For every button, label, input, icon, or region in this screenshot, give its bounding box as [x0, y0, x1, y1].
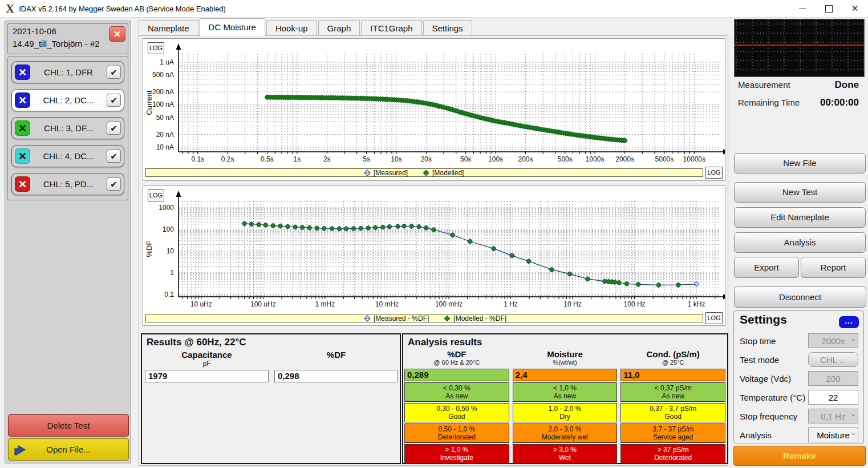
capacitance-value: 1979	[145, 370, 269, 382]
results-title: Results @ 60Hz, 22°C	[147, 337, 246, 348]
tab-dc-moisture[interactable]: DC Moisture	[200, 18, 265, 36]
svg-text:0.2s: 0.2s	[221, 155, 234, 163]
minimize-icon	[799, 9, 806, 9]
measured-marker-icon	[364, 170, 371, 176]
delete-test-button[interactable]: Delete Test	[8, 414, 129, 437]
df-unit	[274, 360, 398, 368]
measurement-label: Measurement	[738, 80, 790, 90]
analysis-column-moisture: Moisture%(wt/wt)2,4< 1,0 %As new1,0 - 2,…	[513, 349, 618, 463]
log-scale-button[interactable]: LOG	[705, 167, 723, 179]
analysis-class-row: 2,0 - 3,0 %Moderately wet	[513, 423, 618, 443]
channel-label: CHL: 1, DFR	[30, 67, 107, 77]
legend-measured: [Measured]	[364, 169, 408, 177]
analysis-class-row: 1,0 - 2,0 %Dry	[513, 403, 618, 422]
channel-color-icon: ✕	[15, 64, 30, 80]
channel-checkbox[interactable]: ✔	[107, 177, 121, 191]
channel-checkbox[interactable]: ✔	[107, 94, 121, 107]
df-vs-frequency-chart: 10 uHz100 uHz1 mHz10 mHz100 mHz1 Hz10 Hz…	[143, 185, 725, 326]
capacitance-header: Capacitance	[145, 350, 269, 360]
analysis-class-row: < 1,0 %As new	[513, 382, 618, 402]
svg-text:100 Hz: 100 Hz	[624, 300, 646, 308]
new-file-button[interactable]: New File	[734, 153, 866, 174]
log-scale-button[interactable]: LOG	[148, 189, 164, 201]
chart-legend: [Measured - %DF][Modelled - %DF]	[145, 314, 703, 322]
setting-stop-time: 2000s⌄	[808, 333, 858, 348]
analysis-column-subheader: @ 60 Hz & 20°C	[404, 359, 509, 367]
svg-text:10: 10	[167, 247, 175, 255]
legend-modelled: [Modelled]	[423, 169, 464, 177]
legend-measured: [Measured - %DF]	[364, 314, 429, 322]
setting-analysis[interactable]: Moisture⌄	[808, 427, 858, 442]
svg-text:10 uHz: 10 uHz	[190, 300, 212, 308]
results-panel: Results @ 60Hz, 22°C Capacitance pF 1979…	[141, 333, 401, 464]
remake-button[interactable]: Remake	[733, 446, 866, 466]
window-controls: ✕	[789, 1, 868, 17]
analysis-column-subheader: @ 25°C	[620, 359, 725, 367]
legend-label: [Measured - %DF]	[374, 314, 429, 322]
svg-text:500 nA: 500 nA	[152, 71, 174, 79]
channel-checkbox[interactable]: ✔	[107, 150, 121, 163]
channel-label: CHL: 3, DF...	[30, 123, 107, 133]
analysis-value: 11,0	[620, 369, 725, 381]
title-bar: X IDAX v5.2.164 by Megger Sweden AB (Ser…	[0, 0, 868, 18]
svg-text:20s: 20s	[421, 155, 432, 163]
chevron-down-icon: ⌄	[850, 410, 856, 418]
tab-nameplate[interactable]: Nameplate	[139, 20, 198, 36]
svg-text:1 uA: 1 uA	[160, 58, 174, 66]
window-title: IDAX v5.2.164 by Megger Sweden AB (Servi…	[19, 5, 226, 13]
minimize-button[interactable]	[789, 1, 816, 17]
test-close-button[interactable]: ✕	[109, 26, 125, 42]
analysis-class-row: > 3,0 %Wet	[513, 444, 618, 463]
channel-color-icon: ✕	[15, 120, 30, 136]
channel-item[interactable]: ✕CHL: 1, DFR✔	[11, 61, 124, 83]
setting-label: Stop time	[740, 336, 776, 346]
report-button[interactable]: Report	[801, 257, 866, 278]
channel-checkbox[interactable]: ✔	[107, 122, 121, 135]
channel-item[interactable]: ✕CHL: 5, PD...✔	[11, 173, 124, 195]
open-file-label: Open File...	[46, 445, 91, 454]
analysis-class-row: 0,30 - 0,50 %Good	[404, 403, 509, 422]
analysis-class-row: > 1,0 %Investigate	[404, 444, 509, 463]
export-button[interactable]: Export	[734, 257, 799, 278]
analysis-panel: Analysis results %DF@ 60 Hz & 20°C0,289<…	[402, 333, 728, 464]
setting-temperature-c[interactable]: 22	[808, 390, 858, 405]
analysis-button[interactable]: Analysis	[734, 232, 866, 253]
analysis-value: 0,289	[404, 369, 509, 381]
test-card[interactable]: 2021-10-06 14.49_till_Torbjörn - #2 ✕	[7, 23, 128, 54]
channel-list: ✕CHL: 1, DFR✔✕CHL: 2, DC...✔✕CHL: 3, DF.…	[7, 57, 128, 200]
setting-label: Test mode	[740, 355, 779, 365]
legend-label: [Measured]	[374, 169, 408, 177]
channel-item[interactable]: ✕CHL: 2, DC...✔	[11, 89, 124, 111]
tab-itc1graph[interactable]: ITC1Graph	[361, 20, 421, 36]
edit-nameplate-button[interactable]: Edit Nameplate	[734, 207, 866, 228]
df-header: %DF	[274, 350, 398, 360]
settings-menu-button[interactable]: ...	[839, 316, 859, 328]
svg-text:1s: 1s	[294, 155, 301, 163]
svg-text:10 nA: 10 nA	[156, 143, 174, 151]
channel-item[interactable]: ✕CHL: 4, DC...✔	[11, 145, 124, 167]
svg-text:20 nA: 20 nA	[156, 131, 174, 139]
close-button[interactable]: ✕	[842, 1, 868, 17]
svg-text:100 uHz: 100 uHz	[250, 300, 276, 308]
analysis-column-header: %DF	[404, 349, 509, 359]
log-scale-button[interactable]: LOG	[148, 42, 164, 54]
plot-area: 0.1s0.2s0.5s1s2s5s10s20s50s100s200s500s1…	[143, 39, 725, 167]
svg-text:1000s: 1000s	[586, 155, 605, 163]
tab-settings[interactable]: Settings	[423, 20, 472, 36]
setting-label: Temperature (°C)	[740, 393, 805, 402]
test-date: 2021-10-06	[13, 26, 56, 36]
log-scale-button[interactable]: LOG	[705, 312, 723, 324]
legend-label: [Modelled - %DF]	[453, 314, 506, 322]
new-test-button[interactable]: New Test	[734, 182, 866, 203]
close-icon: ✕	[851, 3, 859, 14]
disconnect-button[interactable]: Disconnect	[734, 287, 866, 308]
open-file-button[interactable]: Open File...	[8, 438, 129, 461]
tab-hook-up[interactable]: Hook-up	[266, 20, 317, 36]
maximize-button[interactable]	[816, 1, 842, 17]
channel-checkbox[interactable]: ✔	[107, 66, 121, 79]
svg-text:0.1s: 0.1s	[191, 155, 204, 163]
tab-graph[interactable]: Graph	[318, 20, 360, 36]
analysis-column-cond-ps-m: Cond. (pS/m)@ 25°C11,0< 0,37 pS/mAs new0…	[620, 349, 725, 463]
channel-item[interactable]: ✕CHL: 3, DF...✔	[11, 117, 124, 139]
svg-text:2000s: 2000s	[615, 155, 634, 163]
